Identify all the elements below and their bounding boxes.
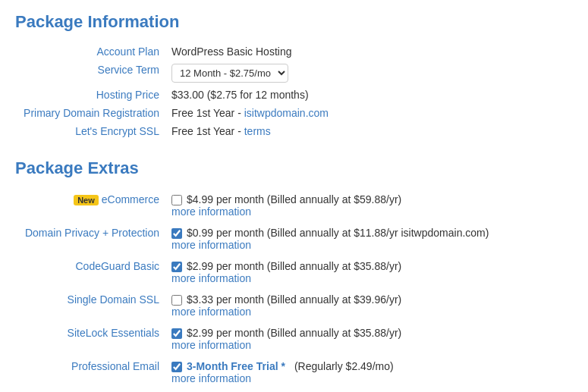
ecommerce-more-info[interactable]: more information [171,205,568,218]
new-badge: New [74,195,99,205]
ssl-row: Let's Encrypt SSL Free 1st Year - terms [15,122,573,140]
single-domain-ssl-row: Single Domain SSL $3.33 per month (Bille… [15,289,573,322]
service-term-label: Service Term [15,61,167,86]
single-domain-ssl-description: $3.33 per month (Billed annually at $39.… [187,293,401,306]
ecommerce-label: NeweCommerce [15,189,167,222]
domain-privacy-row: Domain Privacy + Protection $0.99 per mo… [15,222,573,256]
ecommerce-row: NeweCommerce $4.99 per month (Billed ann… [15,189,573,222]
codeguard-description: $2.99 per month (Billed annually at $35.… [187,260,401,272]
single-domain-ssl-value: $3.33 per month (Billed annually at $39.… [167,289,573,322]
sitelock-description: $2.99 per month (Billed annually at $35.… [187,327,401,339]
single-domain-ssl-more-info[interactable]: more information [171,306,568,318]
professional-email-more-info[interactable]: more information [171,372,568,384]
service-term-value[interactable]: 12 Month - $2.75/mo 24 Month - $2.50/mo … [167,61,573,86]
ssl-value: Free 1st Year - terms [167,122,573,140]
primary-domain-row: Primary Domain Registration Free 1st Yea… [15,104,573,122]
primary-domain-value: Free 1st Year - isitwpdomain.com [167,104,573,122]
codeguard-value: $2.99 per month (Billed annually at $35.… [167,256,573,289]
domain-privacy-label: Domain Privacy + Protection [15,222,167,256]
hosting-price-value: $33.00 ($2.75 for 12 months) [167,86,573,104]
account-plan-row: Account Plan WordPress Basic Hosting [15,42,573,61]
ecommerce-checkbox[interactable] [171,195,182,205]
primary-domain-label: Primary Domain Registration [15,104,167,122]
codeguard-more-info[interactable]: more information [171,272,568,284]
codeguard-checkbox[interactable] [171,262,182,272]
sitelock-more-info[interactable]: more information [171,339,568,351]
professional-email-description: (Regularly $2.49/mo) [294,360,394,372]
ssl-terms-link[interactable]: terms [244,125,271,137]
primary-domain-text: Free 1st Year - [171,107,244,119]
professional-email-value: 3-Month Free Trial * (Regularly $2.49/mo… [167,356,573,389]
domain-privacy-checkbox[interactable] [171,228,182,239]
service-term-select[interactable]: 12 Month - $2.75/mo 24 Month - $2.50/mo … [171,64,288,83]
package-information-table: Account Plan WordPress Basic Hosting Ser… [15,42,573,140]
professional-email-checkbox[interactable] [171,362,182,372]
domain-privacy-description: $0.99 per month (Billed annually at $11.… [187,227,489,239]
sitelock-checkbox[interactable] [171,328,182,339]
sitelock-value: $2.99 per month (Billed annually at $35.… [167,322,573,356]
account-plan-value: WordPress Basic Hosting [167,42,573,61]
domain-privacy-more-info[interactable]: more information [171,239,568,251]
single-domain-ssl-checkbox[interactable] [171,295,182,306]
hosting-price-row: Hosting Price $33.00 ($2.75 for 12 month… [15,86,573,104]
ssl-text: Free 1st Year - [171,125,244,137]
codeguard-label: CodeGuard Basic [15,256,167,289]
service-term-row: Service Term 12 Month - $2.75/mo 24 Mont… [15,61,573,86]
package-extras-title: Package Extras [15,158,573,178]
sitelock-row: SiteLock Essentials $2.99 per month (Bil… [15,322,573,356]
professional-email-row: Professional Email 3-Month Free Trial * … [15,356,573,389]
single-domain-ssl-label: Single Domain SSL [15,289,167,322]
account-plan-label: Account Plan [15,42,167,61]
codeguard-row: CodeGuard Basic $2.99 per month (Billed … [15,256,573,289]
package-information-title: Package Information [15,12,573,32]
domain-privacy-value: $0.99 per month (Billed annually at $11.… [167,222,573,256]
ecommerce-value: $4.99 per month (Billed annually at $59.… [167,189,573,222]
free-trial-link[interactable]: 3-Month Free Trial * [187,360,285,372]
professional-email-label: Professional Email [15,356,167,389]
ecommerce-description: $4.99 per month (Billed annually at $59.… [187,193,401,205]
package-extras-table: NeweCommerce $4.99 per month (Billed ann… [15,189,573,389]
hosting-price-label: Hosting Price [15,86,167,104]
ssl-label: Let's Encrypt SSL [15,122,167,140]
sitelock-label: SiteLock Essentials [15,322,167,356]
primary-domain-link[interactable]: isitwpdomain.com [244,107,329,119]
